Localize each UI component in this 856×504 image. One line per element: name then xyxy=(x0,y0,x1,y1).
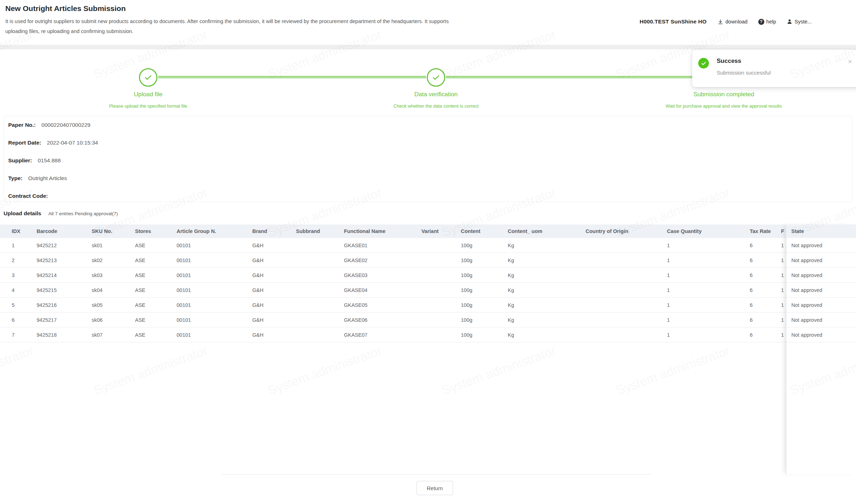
cell-idx: 3 xyxy=(12,268,15,283)
cell-state: Not approved xyxy=(791,313,822,327)
step3-subtitle: Wait for purchase approval and view the … xyxy=(642,103,806,109)
success-check-icon xyxy=(698,58,709,69)
cell-state: Not approved xyxy=(791,268,822,283)
account-name: H000.TEST SunShine HO xyxy=(640,18,707,25)
cell-functional-name: GKASE05 xyxy=(344,298,367,313)
cell-functional-name: GKASE07 xyxy=(344,327,367,342)
cell-tax-rate: 6 xyxy=(750,283,753,298)
cell-tax-rate: 6 xyxy=(750,268,753,283)
cell-barcode: 9425213 xyxy=(37,253,56,268)
cell-state: Not approved xyxy=(791,327,822,342)
col-header-sku-no: SKU No. xyxy=(92,224,112,238)
cell-barcode: 9425218 xyxy=(37,327,56,342)
cell-case-quantity: 1 xyxy=(667,268,670,283)
step1-check-circle xyxy=(139,68,157,87)
cell-sku-no: sk07 xyxy=(92,327,103,342)
download-icon xyxy=(717,19,723,25)
cell-article-group-n: 00101 xyxy=(177,313,191,327)
download-label: download xyxy=(726,19,748,25)
page: New Outright Articles Submission It is u… xyxy=(0,0,856,504)
cell-clipped-col: 1 xyxy=(781,327,784,342)
step-connector-1 xyxy=(158,76,426,78)
upload-details-summary: All 7 entries Pending approval(7) xyxy=(48,211,118,216)
user-menu[interactable]: Syste... xyxy=(787,19,812,25)
help-button[interactable]: ? help xyxy=(758,19,776,25)
cell-content: 100g xyxy=(461,283,472,298)
col-header-variant: Variant xyxy=(421,224,438,238)
document-info-card: Paper No.: 0000220407000229 Report Date:… xyxy=(4,116,852,202)
footer-divider xyxy=(222,474,651,475)
help-label: help xyxy=(766,19,776,25)
cell-idx: 6 xyxy=(12,313,15,327)
watermark-text: System administrator xyxy=(788,501,856,504)
watermark-text: System administrator xyxy=(0,501,36,504)
col-header-idx: IDX xyxy=(12,224,20,238)
header-separator xyxy=(0,45,856,49)
cell-content: 100g xyxy=(461,327,472,342)
cell-brand: G&H xyxy=(252,238,263,253)
col-header-state: State xyxy=(791,224,804,238)
cell-clipped-col: 1 xyxy=(781,313,784,327)
cell-functional-name: GKASE06 xyxy=(344,313,367,327)
step3-title: Submission completed xyxy=(660,91,788,98)
cell-article-group-n: 00101 xyxy=(177,253,191,268)
cell-brand: G&H xyxy=(252,313,263,327)
cell-clipped-col: 1 xyxy=(781,268,784,283)
cell-content-uom: Kg xyxy=(508,253,514,268)
cell-brand: G&H xyxy=(252,268,263,283)
cell-brand: G&H xyxy=(252,327,263,342)
cell-sku-no: sk05 xyxy=(92,298,103,313)
cell-tax-rate: 6 xyxy=(750,298,753,313)
cell-idx: 5 xyxy=(12,298,15,313)
cell-case-quantity: 1 xyxy=(667,253,670,268)
close-icon[interactable]: × xyxy=(848,58,852,65)
cell-functional-name: GKASE03 xyxy=(344,268,367,283)
watermark-text: System administrator xyxy=(614,501,732,504)
cell-case-quantity: 1 xyxy=(667,327,670,342)
cell-tax-rate: 6 xyxy=(750,238,753,253)
contract-code-label: Contract Code: xyxy=(8,193,48,199)
pinned-row-border xyxy=(786,342,856,342)
cell-clipped-col: 1 xyxy=(781,253,784,268)
help-icon: ? xyxy=(758,19,764,25)
cell-stores: ASE xyxy=(135,283,145,298)
cell-sku-no: sk06 xyxy=(92,313,103,327)
paper-no-label: Paper No.: xyxy=(8,122,36,128)
report-date-value: 2022-04-07 10:15:34 xyxy=(47,140,98,146)
cell-functional-name: GKASE04 xyxy=(344,283,367,298)
col-header-stores: Stores xyxy=(135,224,151,238)
page-title: New Outright Articles Submission xyxy=(5,4,126,13)
upload-details-title: Upload details xyxy=(4,210,41,217)
step2-subtitle: Check whether the data content is correc… xyxy=(354,103,518,109)
toast-title: Success xyxy=(717,58,741,65)
cell-barcode: 9425214 xyxy=(37,268,56,283)
cell-content: 100g xyxy=(461,268,472,283)
cell-content-uom: Kg xyxy=(508,238,514,253)
cell-clipped-col: 1 xyxy=(781,298,784,313)
table-scroll-area[interactable]: IDXBarcodeSKU No.StoresArticle Group N.B… xyxy=(0,224,786,342)
watermark-text: System administrator xyxy=(266,501,384,504)
return-button[interactable]: Return xyxy=(416,481,453,495)
cell-tax-rate: 6 xyxy=(750,313,753,327)
step1-title: Upload file xyxy=(84,91,212,98)
cell-stores: ASE xyxy=(135,238,145,253)
cell-idx: 4 xyxy=(12,283,15,298)
cell-clipped-col: 1 xyxy=(781,283,784,298)
cell-sku-no: sk01 xyxy=(92,238,103,253)
watermark-text: System administrator xyxy=(92,501,210,504)
col-header-barcode: Barcode xyxy=(37,224,57,238)
col-header-functional-name: Functional Name xyxy=(344,224,386,238)
cell-article-group-n: 00101 xyxy=(177,238,191,253)
cell-content-uom: Kg xyxy=(508,283,514,298)
col-header-clipped-col: F xyxy=(781,224,784,238)
page-description-line1: It is used for outright suppliers to sub… xyxy=(5,18,449,24)
download-button[interactable]: download xyxy=(717,19,748,25)
header-toolbar: H000.TEST SunShine HO download ? help Sy… xyxy=(640,18,856,25)
cell-tax-rate: 6 xyxy=(750,327,753,342)
cell-case-quantity: 1 xyxy=(667,298,670,313)
step2-title: Data verification xyxy=(372,91,500,98)
cell-case-quantity: 1 xyxy=(667,283,670,298)
cell-state: Not approved xyxy=(791,253,822,268)
success-toast: Success Submission successful × xyxy=(692,50,856,87)
cell-idx: 2 xyxy=(12,253,15,268)
